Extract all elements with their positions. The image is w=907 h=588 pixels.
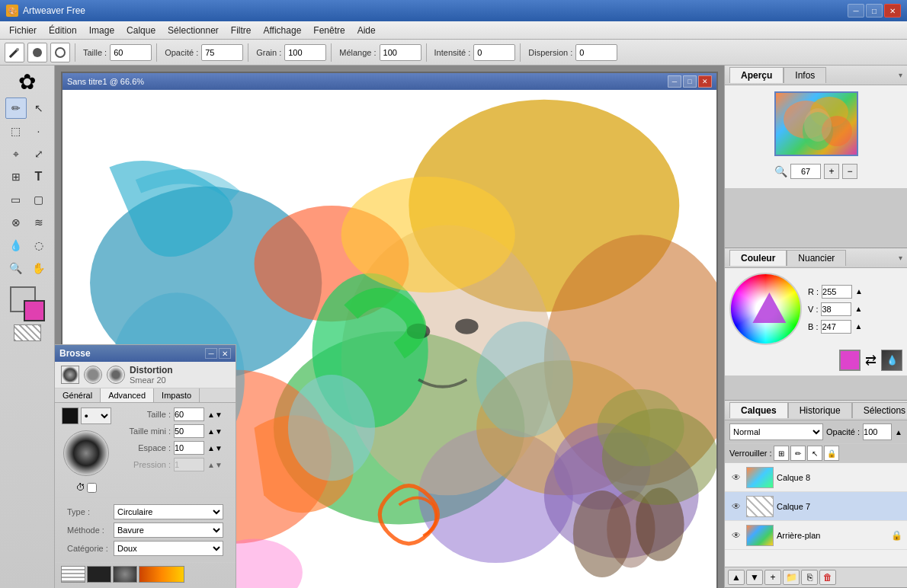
pan-tool[interactable]: ✋ <box>28 257 50 279</box>
layer-7-visibility-icon[interactable]: 👁 <box>729 500 743 513</box>
menu-edition[interactable]: Édition <box>43 24 83 37</box>
methode-select[interactable]: Bavure <box>114 522 223 538</box>
brush-espace-input[interactable] <box>174 441 204 455</box>
layer-move-down-btn[interactable]: ▼ <box>746 570 763 585</box>
zoom-tool[interactable]: 🔍 <box>5 257 27 279</box>
tab-couleur[interactable]: Couleur <box>729 250 787 266</box>
brush-color-select[interactable]: ● <box>81 407 111 424</box>
intensite-input[interactable] <box>473 44 515 61</box>
text-tool[interactable]: T <box>28 166 50 187</box>
r-input[interactable] <box>822 285 852 299</box>
zoom-out-button[interactable]: − <box>842 164 857 179</box>
lock-paint-btn[interactable]: ✏ <box>790 446 806 461</box>
canvas-maximize-btn[interactable]: □ <box>683 75 697 88</box>
color-swatches[interactable] <box>10 286 45 321</box>
layer-move-up-btn[interactable]: ▲ <box>728 570 745 585</box>
categorie-select[interactable]: Doux <box>114 541 223 556</box>
taille-input[interactable] <box>110 44 152 61</box>
pattern-swatch[interactable] <box>14 324 41 341</box>
canvas-minimize-btn[interactable]: ─ <box>668 75 681 88</box>
melange-input[interactable] <box>380 44 421 61</box>
move-tool[interactable]: ↖ <box>28 97 50 119</box>
layer-row-7[interactable]: 👁 Calque 7 <box>725 492 907 521</box>
layer-row-8[interactable]: 👁 Calque 8 <box>725 463 907 492</box>
layer-delete-btn[interactable]: 🗑 <box>819 570 836 585</box>
lock-all-btn[interactable]: 🔒 <box>824 446 839 461</box>
transform-tool[interactable]: ⤢ <box>28 143 50 165</box>
brush-color-black[interactable] <box>62 407 79 424</box>
espace-spinner[interactable]: ▲▼ <box>207 444 223 452</box>
layer-duplicate-btn[interactable]: ⎘ <box>801 570 818 585</box>
color-exchange-icon[interactable]: ⇄ <box>865 352 877 369</box>
opacity-input[interactable] <box>863 423 892 440</box>
maximize-button[interactable]: □ <box>866 4 883 18</box>
grid-tool[interactable]: ⊞ <box>5 166 27 187</box>
blur-tool[interactable]: ◌ <box>28 235 50 256</box>
clone-tool[interactable]: ⊗ <box>5 212 27 233</box>
apercu-collapse-icon[interactable]: ▾ <box>899 71 902 79</box>
brush-tab-impasto[interactable]: Impasto <box>154 388 200 402</box>
layer-row-bg[interactable]: 👁 Arrière-plan 🔒 <box>725 521 907 550</box>
tab-historique[interactable]: Historique <box>788 402 852 418</box>
grain-input[interactable] <box>284 44 326 61</box>
r-spinner-up[interactable]: ▲ <box>855 287 863 296</box>
smear-tool[interactable]: ≋ <box>28 212 50 233</box>
brush-taille-mini-input[interactable] <box>174 424 204 438</box>
lock-transparency-btn[interactable]: ⊞ <box>774 446 789 461</box>
tab-selections[interactable]: Sélections <box>852 402 907 418</box>
zoom-in-button[interactable]: + <box>824 164 839 179</box>
layer-folder-btn[interactable]: 📁 <box>783 570 800 585</box>
tab-calques[interactable]: Calques <box>729 402 788 418</box>
minimize-button[interactable]: ─ <box>848 4 864 18</box>
layer-8-visibility-icon[interactable]: 👁 <box>729 471 743 484</box>
select-dot-tool[interactable]: · <box>28 120 50 142</box>
menu-fenetre[interactable]: Fenêtre <box>307 24 351 37</box>
brush-icon-2[interactable] <box>84 366 102 384</box>
lasso-tool[interactable]: ⌖ <box>5 143 27 165</box>
apercu-preview-image[interactable] <box>774 91 858 156</box>
taille-mini-spinner[interactable]: ▲▼ <box>207 427 223 436</box>
brush-sample-1[interactable] <box>61 566 85 583</box>
b-spinner-up[interactable]: ▲ <box>854 322 862 331</box>
color-wheel[interactable] <box>729 273 802 345</box>
opacity-spinner[interactable]: ▲ <box>895 428 902 436</box>
brush-tool-icon[interactable] <box>5 43 24 62</box>
color-wheel-container[interactable] <box>729 273 802 345</box>
active-color-swatch[interactable] <box>839 350 861 371</box>
rect-shape-tool[interactable]: ▭ <box>5 189 27 210</box>
brush-tab-advanced[interactable]: Advanced <box>101 388 154 402</box>
v-input[interactable] <box>821 302 851 316</box>
pen-tool[interactable]: ✏ <box>5 97 27 119</box>
brush-sample-4[interactable] <box>139 566 184 583</box>
brush-shape-icon[interactable] <box>27 43 47 62</box>
brush-panel-close-icon[interactable]: ✕ <box>219 348 231 359</box>
dispersion-input[interactable] <box>575 44 617 61</box>
tab-nuancier[interactable]: Nuancier <box>787 250 846 266</box>
menu-fichier[interactable]: Fichier <box>3 24 43 37</box>
tab-apercu[interactable]: Aperçu <box>729 67 784 83</box>
select-rect-tool[interactable]: ⬚ <box>5 120 27 142</box>
brush-alt-icon[interactable] <box>50 43 70 62</box>
layer-bg-visibility-icon[interactable]: 👁 <box>729 529 743 542</box>
type-select[interactable]: Circulaire <box>114 504 223 519</box>
close-button[interactable]: ✕ <box>884 4 901 18</box>
opacite-input[interactable] <box>201 44 243 61</box>
brush-taille-input[interactable] <box>174 407 204 421</box>
brush-sample-3[interactable] <box>113 566 137 583</box>
canvas-close-btn[interactable]: ✕ <box>698 75 712 88</box>
taille-spinner[interactable]: ▲▼ <box>207 411 223 419</box>
ellipse-shape-tool[interactable]: ▢ <box>28 189 50 210</box>
brush-pression-input[interactable] <box>174 458 204 471</box>
brush-tab-general[interactable]: Général <box>55 388 101 402</box>
tab-infos[interactable]: Infos <box>784 67 826 83</box>
brush-panel-minimize-icon[interactable]: ─ <box>205 348 217 359</box>
brush-icon-1[interactable] <box>61 366 79 384</box>
brush-icon-3[interactable] <box>107 366 125 384</box>
foreground-color-swatch[interactable] <box>24 300 45 321</box>
couleur-collapse-icon[interactable]: ▾ <box>899 254 902 262</box>
menu-filtre[interactable]: Filtre <box>225 24 258 37</box>
brush-time-checkbox[interactable] <box>87 483 97 493</box>
menu-image[interactable]: Image <box>83 24 120 37</box>
menu-affichage[interactable]: Affichage <box>258 24 308 37</box>
menu-aide[interactable]: Aide <box>351 24 382 37</box>
